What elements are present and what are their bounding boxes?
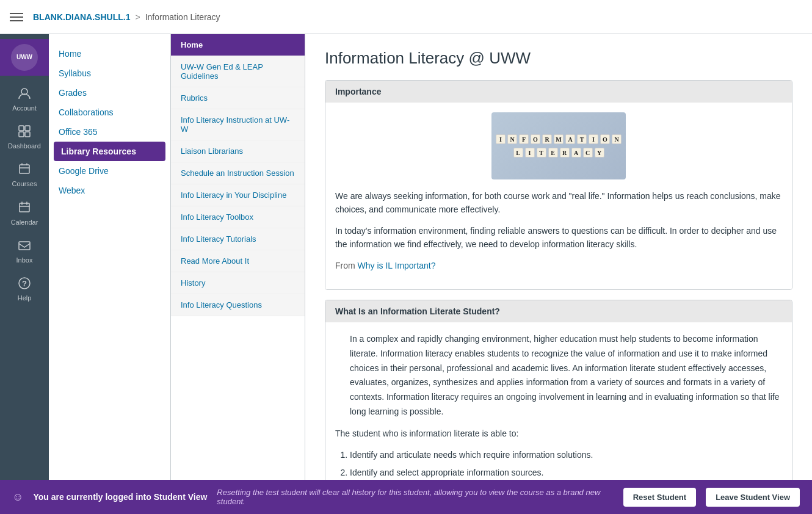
importance-body: I N F O R M A T I O N xyxy=(325,103,792,289)
logo-area: UWW xyxy=(0,39,49,76)
module-nav: Home UW-W Gen Ed & LEAP Guidelines Rubri… xyxy=(171,34,305,480)
svg-text:UWW: UWW xyxy=(16,54,33,60)
module-item-info-literacy-questions[interactable]: Info Literacy Questions xyxy=(171,294,305,316)
bottom-bar: ☺ You are currently logged into Student … xyxy=(0,480,812,514)
top-bar: BLANK.DIANA.SHULL.1 > Information Litera… xyxy=(0,0,812,34)
leave-student-view-button[interactable]: Leave Student View xyxy=(706,488,800,507)
student-view-desc: Resetting the test student will clear al… xyxy=(217,488,613,506)
student-view-icon: ☺ xyxy=(12,491,23,504)
module-item-info-literacy-instruction[interactable]: Info Literacy Instruction at UW-W xyxy=(171,109,305,140)
svg-rect-5 xyxy=(19,132,24,137)
nav-label-calendar: Calendar xyxy=(11,219,38,226)
module-item-info-literacy-toolbox[interactable]: Info Literacy Toolbox xyxy=(171,206,305,228)
nav-label-courses: Courses xyxy=(12,180,37,188)
sidebar-item-library-resources[interactable]: Library Resources xyxy=(54,142,165,161)
importance-header: Importance xyxy=(325,81,792,103)
module-item-read-more[interactable]: Read More About It xyxy=(171,250,305,272)
courses-icon xyxy=(18,162,31,178)
nav-item-dashboard[interactable]: Dashboard xyxy=(0,118,49,156)
module-item-home[interactable]: Home xyxy=(171,34,305,56)
module-item-schedule-instruction[interactable]: Schedule an Instruction Session xyxy=(171,162,305,184)
sidebar-item-collaborations[interactable]: Collaborations xyxy=(49,103,170,122)
importance-section: Importance I N F O R M A T xyxy=(325,80,792,290)
dashboard-icon xyxy=(18,125,31,140)
module-item-history[interactable]: History xyxy=(171,272,305,294)
sidebar-item-syllabus[interactable]: Syllabus xyxy=(49,63,170,83)
svg-rect-4 xyxy=(25,126,30,131)
importance-from: From Why is IL Important? xyxy=(335,259,782,272)
svg-rect-9 xyxy=(19,242,30,250)
svg-text:?: ? xyxy=(22,279,27,288)
uww-logo: UWW xyxy=(10,43,39,72)
course-sidebar: Home Syllabus Grades Collaborations Offi… xyxy=(49,34,171,480)
what-is-body: In a complex and rapidly changing enviro… xyxy=(325,322,792,480)
importance-link[interactable]: Why is IL Important? xyxy=(358,261,436,270)
nav-label-account: Account xyxy=(12,104,37,112)
help-icon: ? xyxy=(18,277,31,292)
course-link[interactable]: BLANK.DIANA.SHULL.1 xyxy=(33,12,130,22)
module-item-info-literacy-discipline[interactable]: Info Literacy in Your Discipline xyxy=(171,184,305,206)
list-item-1: Identify and articulate needs which requ… xyxy=(350,447,782,463)
module-item-uww-gen-ed[interactable]: UW-W Gen Ed & LEAP Guidelines xyxy=(171,56,305,87)
sidebar-item-google-drive[interactable]: Google Drive xyxy=(49,161,170,181)
sidebar-item-home[interactable]: Home xyxy=(49,44,170,63)
student-view-label: You are currently logged into Student Vi… xyxy=(33,492,207,502)
nav-label-help: Help xyxy=(18,294,32,302)
nav-item-calendar[interactable]: Calendar xyxy=(0,195,49,233)
nav-item-help[interactable]: ? Help xyxy=(0,270,49,308)
nav-label-dashboard: Dashboard xyxy=(8,142,41,150)
what-is-list-intro: The student who is information literate … xyxy=(335,427,782,440)
what-is-header: What Is an Information Literate Student? xyxy=(325,300,792,322)
svg-rect-3 xyxy=(19,126,24,131)
nav-item-courses[interactable]: Courses xyxy=(0,156,49,194)
hamburger-menu[interactable] xyxy=(10,13,23,21)
sidebar-item-office365[interactable]: Office 365 xyxy=(49,122,170,142)
nav-item-account[interactable]: Account xyxy=(0,81,49,118)
global-nav: UWW Account Dashboard Courses Ca xyxy=(0,34,49,480)
breadcrumb: BLANK.DIANA.SHULL.1 > Information Litera… xyxy=(33,12,220,22)
svg-rect-7 xyxy=(20,165,29,173)
inbox-icon xyxy=(18,239,31,254)
content-area: Information Literacy @ UWW Importance I … xyxy=(305,34,812,480)
breadcrumb-current: Information Literacy xyxy=(145,12,220,22)
nav-item-inbox[interactable]: Inbox xyxy=(0,233,49,270)
module-item-info-literacy-tutorials[interactable]: Info Literacy Tutorials xyxy=(171,228,305,250)
reset-student-button[interactable]: Reset Student xyxy=(623,488,696,507)
module-item-rubrics[interactable]: Rubrics xyxy=(171,87,305,109)
svg-rect-6 xyxy=(25,132,30,137)
what-is-list: Identify and articulate needs which requ… xyxy=(335,447,782,480)
sidebar-item-grades[interactable]: Grades xyxy=(49,83,170,103)
main-layout: UWW Account Dashboard Courses Ca xyxy=(0,34,812,480)
breadcrumb-separator: > xyxy=(135,12,140,22)
page-title: Information Literacy @ UWW xyxy=(325,49,792,68)
scrabble-image: I N F O R M A T I O N xyxy=(491,112,626,179)
list-item-2: Identify and select appropriate informat… xyxy=(350,465,782,480)
nav-label-inbox: Inbox xyxy=(16,256,33,264)
svg-rect-8 xyxy=(20,203,29,212)
what-is-section: What Is an Information Literate Student?… xyxy=(325,300,792,480)
importance-para-1: We are always seeking information, for b… xyxy=(335,189,782,217)
sidebar-item-webex[interactable]: Webex xyxy=(49,181,170,200)
module-item-liaison-librarians[interactable]: Liaison Librarians xyxy=(171,140,305,162)
what-is-intro: In a complex and rapidly changing enviro… xyxy=(335,332,782,419)
importance-para-2: In today's information environment, find… xyxy=(335,224,782,252)
calendar-icon xyxy=(18,201,31,216)
account-icon xyxy=(18,87,31,102)
